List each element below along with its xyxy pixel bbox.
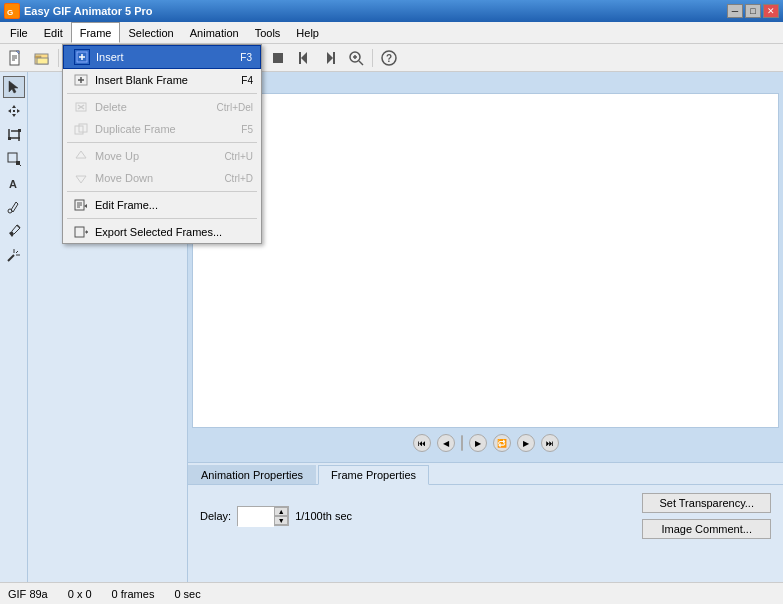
svg-line-75 — [12, 225, 17, 231]
menu-item-move-up[interactable]: Move Up Ctrl+U — [63, 145, 261, 167]
separator-3 — [67, 191, 257, 192]
window-controls: ─ □ ✕ — [727, 4, 779, 18]
menu-tools[interactable]: Tools — [247, 22, 289, 43]
status-format: GIF 89a — [8, 588, 48, 600]
svg-text:A: A — [9, 178, 17, 190]
delete-label: Delete — [95, 101, 197, 113]
tool-crop[interactable] — [3, 124, 25, 146]
last-frame-button[interactable] — [318, 47, 342, 69]
status-time: 0 sec — [174, 588, 200, 600]
title-bar-left: G Easy GIF Animator 5 Pro — [4, 3, 153, 19]
tab-frame-properties[interactable]: Frame Properties — [318, 465, 429, 485]
menu-item-duplicate[interactable]: Duplicate Frame F5 — [63, 118, 261, 140]
menu-item-insert-blank[interactable]: Insert Blank Frame F4 — [63, 69, 261, 91]
open-button[interactable] — [30, 47, 54, 69]
svg-rect-62 — [13, 110, 15, 112]
delay-unit: 1/100th sec — [295, 510, 352, 522]
menu-edit[interactable]: Edit — [36, 22, 71, 43]
menu-item-edit-frame[interactable]: Edit Frame... — [63, 194, 261, 216]
zoom-button[interactable] — [344, 47, 368, 69]
svg-marker-59 — [12, 114, 16, 117]
menu-file[interactable]: File — [2, 22, 36, 43]
svg-rect-20 — [75, 227, 84, 237]
tool-select[interactable] — [3, 76, 25, 98]
window-title: Easy GIF Animator 5 Pro — [24, 5, 153, 17]
menu-selection[interactable]: Selection — [120, 22, 181, 43]
separator-4 — [67, 218, 257, 219]
insert-blank-shortcut: F4 — [241, 75, 253, 86]
prev-btn[interactable]: ◀ — [437, 434, 455, 452]
insert-label: Insert — [96, 51, 220, 63]
preview-panel: Preview ⏮ ◀ ▶ 🔁 ▶ ⏭ — [188, 72, 783, 462]
tool-wand[interactable] — [3, 244, 25, 266]
svg-rect-30 — [37, 58, 48, 64]
delete-icon — [71, 99, 91, 115]
svg-rect-50 — [333, 52, 335, 64]
image-comment-button[interactable]: Image Comment... — [642, 519, 771, 539]
title-bar: G Easy GIF Animator 5 Pro ─ □ ✕ — [0, 0, 783, 22]
menu-frame[interactable]: Frame — [71, 22, 121, 43]
svg-rect-68 — [18, 129, 21, 132]
duplicate-icon — [71, 121, 91, 137]
delay-section: Delay: ▲ ▼ 1/100th sec — [200, 493, 352, 539]
edit-frame-icon — [71, 197, 91, 213]
left-sidebar: A — [0, 72, 28, 582]
menu-item-insert[interactable]: Insert F3 — [63, 45, 261, 69]
svg-marker-58 — [12, 105, 16, 108]
tool-resize[interactable] — [3, 148, 25, 170]
toolbar-sep-1 — [58, 49, 59, 67]
tool-eyedropper[interactable] — [3, 220, 25, 242]
menu-item-move-down[interactable]: Move Down Ctrl+D — [63, 167, 261, 189]
tool-move[interactable] — [3, 100, 25, 122]
minimize-button[interactable]: ─ — [727, 4, 743, 18]
spinner-up[interactable]: ▲ — [274, 507, 288, 516]
svg-marker-60 — [8, 109, 11, 113]
menu-item-export[interactable]: Export Selected Frames... — [63, 221, 261, 243]
status-frames: 0 frames — [112, 588, 155, 600]
menu-animation[interactable]: Animation — [182, 22, 247, 43]
help-button[interactable]: ? — [377, 47, 401, 69]
set-transparency-button[interactable]: Set Transparency... — [642, 493, 771, 513]
menu-bar: File Edit Frame Selection Animation Tool… — [0, 22, 783, 44]
playback-controls: ⏮ ◀ ▶ 🔁 ▶ ⏭ — [192, 428, 779, 458]
content-area: Preview ⏮ ◀ ▶ 🔁 ▶ ⏭ Animation Properties… — [188, 72, 783, 582]
restore-button[interactable]: □ — [745, 4, 761, 18]
app-icon: G — [4, 3, 20, 19]
tool-paint[interactable] — [3, 196, 25, 218]
export-label: Export Selected Frames... — [95, 226, 233, 238]
svg-marker-13 — [76, 151, 86, 158]
last-btn[interactable]: ⏭ — [541, 434, 559, 452]
move-down-label: Move Down — [95, 172, 204, 184]
svg-marker-61 — [17, 109, 20, 113]
spinner-down[interactable]: ▼ — [274, 516, 288, 525]
tool-text[interactable]: A — [3, 172, 25, 194]
toolbar-sep-5 — [372, 49, 373, 67]
menu-item-delete[interactable]: Delete Ctrl+Del — [63, 96, 261, 118]
delete-shortcut: Ctrl+Del — [217, 102, 253, 113]
svg-text:G: G — [7, 8, 13, 17]
svg-line-52 — [359, 61, 363, 65]
status-dimensions: 0 x 0 — [68, 588, 92, 600]
frame-dropdown-menu: Insert F3 Insert Blank Frame F4 — [62, 44, 262, 244]
svg-line-74 — [17, 225, 20, 228]
svg-line-76 — [14, 228, 20, 234]
delay-label: Delay: — [200, 510, 231, 522]
duplicate-shortcut: F5 — [241, 124, 253, 135]
play-loop-btn[interactable]: 🔁 — [493, 434, 511, 452]
menu-help[interactable]: Help — [288, 22, 327, 43]
play-pause-separator — [461, 435, 463, 451]
tab-animation-properties[interactable]: Animation Properties — [188, 465, 316, 484]
move-up-label: Move Up — [95, 150, 204, 162]
delay-input[interactable] — [238, 507, 274, 527]
preview-canvas — [192, 93, 779, 428]
svg-rect-67 — [8, 137, 11, 140]
next-btn[interactable]: ▶ — [517, 434, 535, 452]
separator-2 — [67, 142, 257, 143]
stop-button[interactable] — [266, 47, 290, 69]
new-button[interactable] — [4, 47, 28, 69]
first-btn[interactable]: ⏮ — [413, 434, 431, 452]
close-button[interactable]: ✕ — [763, 4, 779, 18]
first-frame-button[interactable] — [292, 47, 316, 69]
delay-spinner[interactable]: ▲ ▼ — [274, 507, 288, 525]
play-animation-btn[interactable]: ▶ — [469, 434, 487, 452]
